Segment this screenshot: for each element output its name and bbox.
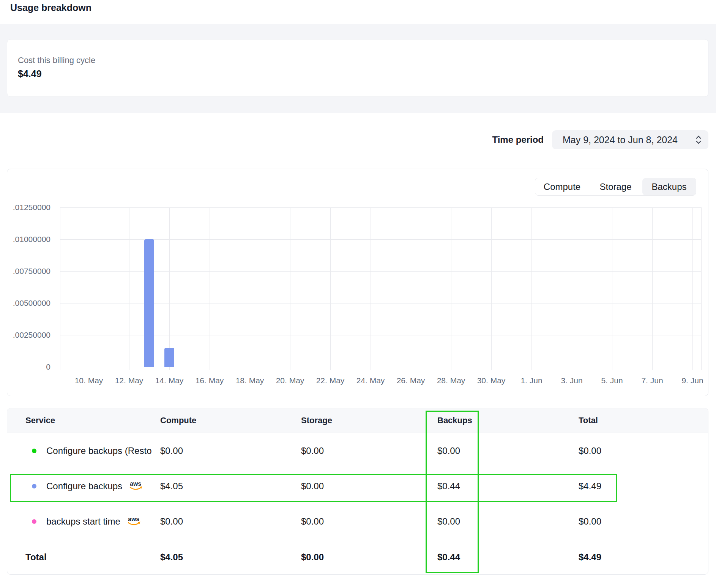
total-row-label: Total bbox=[19, 552, 160, 563]
time-period-select[interactable]: May 9, 2024 to Jun 8, 2024 bbox=[552, 130, 708, 149]
gridline bbox=[572, 207, 572, 370]
chart-bar bbox=[164, 348, 174, 367]
cell-compute: $4.05 bbox=[160, 481, 301, 492]
gridline bbox=[451, 207, 451, 370]
cell-compute: $0.00 bbox=[160, 446, 301, 456]
gridline bbox=[531, 207, 532, 370]
x-axis-tick-label: 7. Jun bbox=[641, 376, 663, 385]
gridline bbox=[612, 207, 612, 370]
x-axis-tick-label: 12. May bbox=[115, 376, 144, 385]
service-label: backups start time bbox=[46, 516, 120, 527]
usage-chart-card: ComputeStorageBackups .01250000.01000000… bbox=[7, 169, 708, 396]
column-header-storage: Storage bbox=[301, 416, 437, 425]
x-axis-tick-label: 28. May bbox=[437, 376, 465, 385]
cell-backups: $0.00 bbox=[437, 516, 579, 527]
cost-card-label: Cost this billing cycle bbox=[18, 55, 697, 66]
gridline bbox=[60, 207, 701, 208]
service-dot-icon bbox=[32, 484, 36, 488]
x-axis-tick-label: 18. May bbox=[236, 376, 264, 385]
service-dot-icon bbox=[32, 519, 36, 524]
service-cell: Configure backupsaws bbox=[19, 480, 160, 492]
gridline bbox=[701, 207, 702, 370]
y-axis-tick-label: .00250000 bbox=[9, 330, 50, 340]
cost-card: Cost this billing cycle $4.49 bbox=[7, 39, 708, 97]
gridline bbox=[330, 207, 331, 370]
service-label: Configure backups bbox=[46, 481, 122, 492]
column-header-total: Total bbox=[579, 416, 708, 425]
cell-storage: $0.00 bbox=[301, 516, 437, 527]
cell-total: $4.49 bbox=[579, 481, 708, 492]
cell-total: $0.00 bbox=[579, 446, 708, 456]
gridline bbox=[169, 207, 170, 370]
x-axis-tick-label: 30. May bbox=[477, 376, 506, 385]
cell-compute: $0.00 bbox=[160, 516, 301, 527]
time-period-label: Time period bbox=[492, 134, 544, 145]
usage-table-card: ServiceComputeStorageBackupsTotal Config… bbox=[7, 408, 708, 575]
gridline bbox=[290, 207, 290, 370]
aws-icon: aws bbox=[128, 480, 144, 492]
y-axis-tick-label: .00750000 bbox=[9, 267, 50, 276]
table-header-row: ServiceComputeStorageBackupsTotal bbox=[7, 408, 708, 433]
service-label: Configure backups (Resto bbox=[46, 446, 151, 456]
gridline bbox=[60, 271, 701, 272]
x-axis-tick-label: 1. Jun bbox=[520, 376, 542, 385]
gridline bbox=[652, 207, 653, 370]
updown-chevron-icon bbox=[695, 134, 702, 145]
cell-total: $0.00 bbox=[579, 516, 708, 527]
aws-icon: aws bbox=[126, 515, 142, 528]
cell-storage: $0.00 bbox=[301, 446, 437, 456]
x-axis-tick-label: 26. May bbox=[397, 376, 425, 385]
total-cell-total: $4.49 bbox=[579, 552, 708, 563]
table-row: backups start timeaws$0.00$0.00$0.00$0.0… bbox=[7, 504, 708, 539]
gridline bbox=[89, 207, 89, 370]
svg-text:aws: aws bbox=[128, 516, 139, 522]
column-header-compute: Compute bbox=[160, 416, 301, 425]
y-axis-tick-label: .01250000 bbox=[9, 203, 50, 212]
total-cell-compute: $4.05 bbox=[160, 552, 301, 563]
gridline bbox=[60, 207, 60, 370]
table-body: Configure backups (Resto$0.00$0.00$0.00$… bbox=[7, 433, 708, 575]
usage-breakdown-page: Usage breakdown Cost this billing cycle … bbox=[0, 0, 716, 588]
billing-summary-section: Cost this billing cycle $4.49 bbox=[0, 24, 716, 113]
table-row: Configure backupsaws$4.05$0.00$0.44$4.49 bbox=[7, 468, 708, 504]
column-header-backups: Backups bbox=[437, 416, 579, 425]
gridline bbox=[491, 207, 492, 370]
x-axis-tick-label: 14. May bbox=[155, 376, 184, 385]
page-title: Usage breakdown bbox=[10, 2, 91, 13]
gridline bbox=[60, 335, 701, 335]
x-axis-tick-label: 10. May bbox=[75, 376, 103, 385]
cell-backups: $0.44 bbox=[437, 481, 579, 492]
gridline bbox=[129, 207, 129, 370]
service-cell: Configure backups (Resto bbox=[19, 446, 160, 456]
y-axis-tick-label: .00500000 bbox=[9, 299, 50, 308]
chart-bar bbox=[144, 239, 154, 367]
column-header-service: Service bbox=[19, 416, 160, 425]
x-axis-tick-label: 9. Jun bbox=[681, 376, 703, 385]
y-axis-tick-label: .01000000 bbox=[9, 235, 50, 244]
gridline bbox=[210, 207, 210, 370]
time-period-row: Time period May 9, 2024 to Jun 8, 2024 bbox=[0, 130, 708, 149]
chart-plot-area: .01250000.01000000.00750000.00500000.002… bbox=[7, 169, 708, 396]
gridline bbox=[60, 367, 701, 367]
total-cell-backups: $0.44 bbox=[437, 552, 579, 563]
service-dot-icon bbox=[32, 449, 36, 453]
gridline bbox=[60, 303, 701, 303]
table-row: Configure backups (Resto$0.00$0.00$0.00$… bbox=[7, 433, 708, 468]
time-period-value: May 9, 2024 to Jun 8, 2024 bbox=[563, 134, 695, 145]
service-cell: backups start timeaws bbox=[19, 515, 160, 528]
gridline bbox=[371, 207, 371, 370]
cost-card-value: $4.49 bbox=[18, 67, 697, 80]
x-axis-tick-label: 5. Jun bbox=[601, 376, 623, 385]
x-axis-tick-label: 20. May bbox=[276, 376, 304, 385]
total-cell-storage: $0.00 bbox=[301, 552, 437, 563]
x-axis-tick-label: 16. May bbox=[196, 376, 224, 385]
gridline bbox=[692, 207, 693, 370]
gridline bbox=[411, 207, 411, 370]
gridline bbox=[250, 207, 250, 370]
cell-backups: $0.00 bbox=[437, 446, 579, 456]
x-axis-tick-label: 24. May bbox=[356, 376, 385, 385]
y-axis-tick-label: 0 bbox=[9, 362, 50, 371]
svg-text:aws: aws bbox=[130, 481, 141, 487]
cell-storage: $0.00 bbox=[301, 481, 437, 492]
table-total-row: Total$4.05$0.00$0.44$4.49 bbox=[7, 539, 708, 575]
